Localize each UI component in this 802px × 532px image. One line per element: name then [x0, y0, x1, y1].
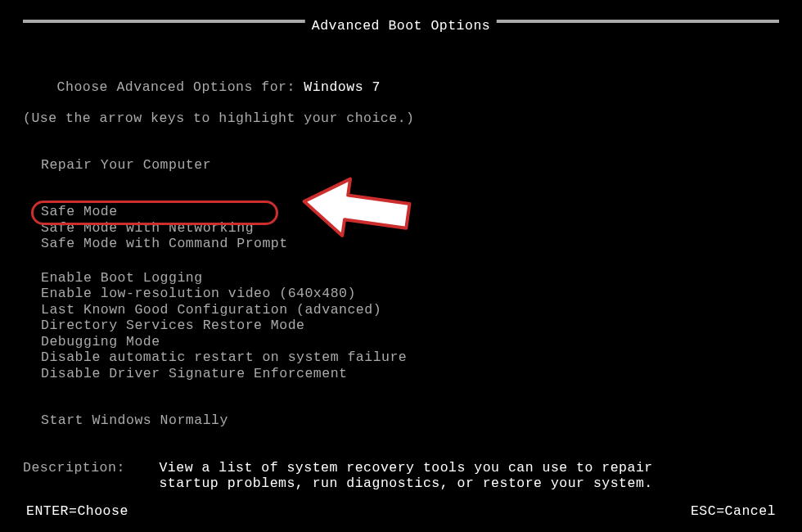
description-line1: View a list of system recovery tools you… [159, 460, 652, 476]
option-safe-mode-command-prompt[interactable]: Safe Mode with Command Prompt [23, 236, 288, 251]
choose-line: Choose Advanced Options for: Windows 7 [23, 64, 779, 110]
hint-line: (Use the arrow keys to highlight your ch… [23, 110, 779, 126]
footer-esc-hint: ESC=Cancel [687, 503, 779, 519]
option-group-safemode: Safe Mode Safe Mode with Networking Safe… [23, 204, 779, 251]
choose-label: Choose Advanced Options for: [57, 79, 304, 95]
description-text: View a list of system recovery tools you… [159, 460, 652, 491]
option-disable-auto-restart[interactable]: Disable automatic restart on system fail… [23, 349, 407, 365]
description-label: Description: [23, 460, 159, 491]
option-group-advanced: Enable Boot Logging Enable low-resolutio… [23, 270, 779, 381]
content-area: Choose Advanced Options for: Windows 7 (… [0, 23, 802, 491]
option-safe-mode[interactable]: Safe Mode [23, 204, 118, 219]
footer-bar: ENTER=Choose ESC=Cancel [23, 503, 779, 519]
option-group-repair: Repair Your Computer [23, 157, 779, 173]
option-start-normally[interactable]: Start Windows Normally [23, 413, 228, 428]
description-block: Description: View a list of system recov… [23, 460, 779, 491]
option-low-res-video[interactable]: Enable low-resolution video (640x480) [23, 286, 356, 301]
option-group-normal: Start Windows Normally [23, 413, 779, 428]
option-repair-your-computer[interactable]: Repair Your Computer [23, 157, 211, 173]
description-line2: startup problems, run diagnostics, or re… [159, 476, 652, 491]
os-name: Windows 7 [304, 79, 381, 95]
option-debugging-mode[interactable]: Debugging Mode [23, 334, 160, 349]
option-ds-restore-mode[interactable]: Directory Services Restore Mode [23, 318, 304, 333]
option-safe-mode-networking[interactable]: Safe Mode with Networking [23, 220, 254, 236]
option-enable-boot-logging[interactable]: Enable Boot Logging [23, 270, 203, 286]
screen-title: Advanced Boot Options [305, 18, 497, 34]
option-last-known-good[interactable]: Last Known Good Configuration (advanced) [23, 302, 381, 318]
footer-enter-hint: ENTER=Choose [23, 503, 132, 519]
option-disable-driver-sig[interactable]: Disable Driver Signature Enforcement [23, 366, 347, 381]
